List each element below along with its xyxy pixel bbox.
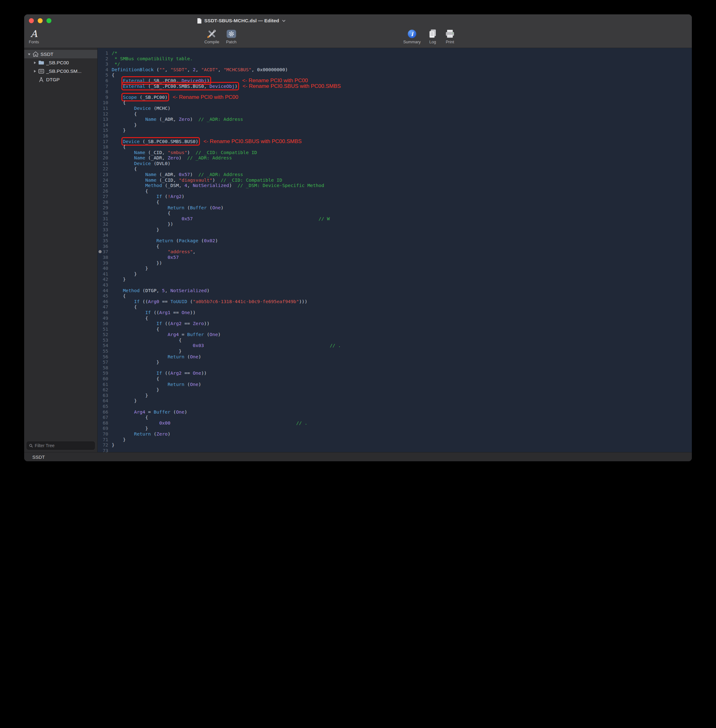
code-line[interactable]: 72} xyxy=(97,442,692,448)
code-line[interactable]: 64 } xyxy=(97,398,692,403)
summary-button[interactable]: i Summary xyxy=(403,28,421,44)
code-line[interactable]: 49 { xyxy=(97,315,692,321)
code-line[interactable]: 20 Name (_ADR, Zero) // _ADR: Address xyxy=(97,155,692,161)
code-line[interactable]: 47 { xyxy=(97,304,692,310)
code-line[interactable]: 18 { xyxy=(97,144,692,150)
code-line[interactable]: 43 xyxy=(97,282,692,288)
code-line[interactable]: 45 { xyxy=(97,293,692,299)
code-line[interactable]: 36 { xyxy=(97,244,692,249)
code-line[interactable]: 27 If (!Arg2) xyxy=(97,194,692,199)
code-line[interactable]: 34 xyxy=(97,232,692,238)
code-token: (_DSM, xyxy=(165,183,184,188)
code-line[interactable]: 5{ xyxy=(97,72,692,78)
patch-button[interactable]: Patch xyxy=(226,28,236,44)
code-line[interactable]: 22 { xyxy=(97,166,692,171)
code-line[interactable]: 40 } xyxy=(97,265,692,271)
code-line[interactable]: 62 } xyxy=(97,387,692,393)
code-line[interactable]: 32 }) xyxy=(97,221,692,227)
code-token: , xyxy=(165,67,170,72)
log-button[interactable]: Log xyxy=(428,28,437,44)
code-line[interactable]: 57 } xyxy=(97,359,692,365)
code-line[interactable]: 2 * SMBus compatibility table. xyxy=(97,56,692,62)
compile-button[interactable]: Compile xyxy=(204,28,219,44)
code-line[interactable]: 21 Device (DVL0) xyxy=(97,161,692,166)
code-line[interactable]: 14 } xyxy=(97,122,692,128)
code-line[interactable]: 4DefinitionBlock ("", "SSDT", 2, "ACDT",… xyxy=(97,67,692,73)
code-line[interactable]: 8 xyxy=(97,89,692,94)
code-line[interactable]: 1/* xyxy=(97,50,692,56)
code-line[interactable]: 16 xyxy=(97,133,692,139)
zoom-button[interactable] xyxy=(46,18,52,23)
filter-tree-field[interactable] xyxy=(27,441,95,450)
code-line[interactable]: 39 }) xyxy=(97,260,692,266)
code-text: } xyxy=(108,437,126,443)
code-line[interactable]: 46 If ((Arg0 == ToUUID ("a0b5b7c6-1318-4… xyxy=(97,299,692,304)
code-line[interactable]: 7 External (_SB_.PC00.SMBS.BUS0, DeviceO… xyxy=(97,83,692,89)
code-line[interactable]: 65 xyxy=(97,403,692,409)
code-line[interactable]: 61 Return (One) xyxy=(97,382,692,387)
code-line[interactable]: 15 } xyxy=(97,127,692,133)
code-line[interactable]: 11 Device (MCHC) xyxy=(97,105,692,111)
code-line[interactable]: 38 0x57 xyxy=(97,255,692,260)
disclosure-down-icon[interactable] xyxy=(27,53,31,56)
code-line[interactable]: 9 Scope (_SB.PC00)<- Rename PCI0 with PC… xyxy=(97,94,692,100)
fonts-button[interactable]: A Fonts xyxy=(29,28,39,44)
code-line[interactable]: 12 { xyxy=(97,111,692,117)
disclosure-right-icon[interactable] xyxy=(33,61,37,64)
code-line[interactable]: 54 0x03 // . xyxy=(97,343,692,348)
code-line[interactable]: 31 0x57 // W xyxy=(97,216,692,221)
code-line[interactable]: 66 Arg4 = Buffer (One) xyxy=(97,409,692,415)
sidebar-item-dtgp[interactable]: DTGP xyxy=(24,75,97,84)
code-line[interactable]: 17 Device (_SB.PC00.SMBS.BUS0)<- Rename … xyxy=(97,139,692,144)
code-line[interactable]: 3 */ xyxy=(97,61,692,67)
code-line[interactable]: 30 { xyxy=(97,210,692,216)
code-line[interactable]: 6 External (_SB_.PC00, DeviceObj)<- Rena… xyxy=(97,78,692,83)
title-menu-chevron-icon[interactable] xyxy=(282,20,286,22)
code-line[interactable]: 60 { xyxy=(97,376,692,382)
code-line[interactable]: 59 If ((Arg2 == One)) xyxy=(97,370,692,376)
code-line[interactable]: 67 { xyxy=(97,414,692,420)
code-line[interactable]: 44 Method (DTGP, 5, NotSerialized) xyxy=(97,288,692,293)
code-line[interactable]: 50 If ((Arg2 == Zero)) xyxy=(97,321,692,326)
code-line[interactable]: 42 } xyxy=(97,276,692,282)
minimize-button[interactable] xyxy=(38,18,42,23)
code-line[interactable]: 51 { xyxy=(97,326,692,332)
code-line[interactable]: 53 { xyxy=(97,337,692,343)
sidebar-item-ssdt[interactable]: SSDT xyxy=(24,50,97,58)
code-line[interactable]: 69 } xyxy=(97,426,692,431)
code-line[interactable]: 25 Method (_DSM, 4, NotSerialized) // _D… xyxy=(97,183,692,188)
code-line[interactable]: 28 { xyxy=(97,199,692,205)
code-line[interactable]: 24 Name (_CID, "diagsvault") // _CID: Co… xyxy=(97,177,692,183)
code-line[interactable]: 29 Return (Buffer (One) xyxy=(97,205,692,211)
code-spacing xyxy=(112,431,134,437)
code-line[interactable]: 58 xyxy=(97,365,692,371)
code-line[interactable]: 37 "address", xyxy=(97,249,692,255)
code-line[interactable]: 56 Return (One) xyxy=(97,354,692,359)
sidebar-item-sb-pc00[interactable]: _SB.PC00 xyxy=(24,58,97,67)
code-line[interactable]: 33 } xyxy=(97,227,692,232)
close-button[interactable] xyxy=(29,18,34,23)
code-text: Method (_DSM, 4, NotSerialized) // _DSM:… xyxy=(108,183,324,188)
code-line[interactable]: 70 Return (Zero) xyxy=(97,431,692,437)
print-button[interactable]: Print xyxy=(445,28,455,44)
code-line[interactable]: 73 xyxy=(97,448,692,452)
sidebar-item-sb-pc00-smbs[interactable]: _SB.PC00.SM... xyxy=(24,67,97,75)
code-line[interactable]: 23 Name (_ADR, 0x57) // _ADR: Address xyxy=(97,171,692,177)
code-token: (( xyxy=(154,310,159,315)
code-line[interactable]: 71 } xyxy=(97,437,692,443)
code-line[interactable]: 19 Name (_CID, "smbus") // _CID: Compati… xyxy=(97,150,692,155)
filter-tree-input[interactable] xyxy=(35,443,92,448)
code-line[interactable]: 63 } xyxy=(97,393,692,398)
code-line[interactable]: 48 If ((Arg1 == One)) xyxy=(97,310,692,315)
code-line[interactable]: 13 Name (_ADR, Zero) // _ADR: Address xyxy=(97,117,692,122)
code-line[interactable]: 41 } xyxy=(97,271,692,277)
code-editor[interactable]: 1/*2 * SMBus compatibility table.3 */4De… xyxy=(97,48,692,452)
disclosure-right-icon[interactable] xyxy=(33,70,37,73)
code-line[interactable]: 10 { xyxy=(97,100,692,105)
code-line[interactable]: 52 Arg4 = Buffer (One) xyxy=(97,332,692,337)
code-line[interactable]: 55 } xyxy=(97,348,692,354)
code-line[interactable]: 68 0x00 // . xyxy=(97,420,692,426)
code-line[interactable]: 35 Return (Package (0x02) xyxy=(97,238,692,244)
line-number: 50 xyxy=(97,321,108,326)
code-line[interactable]: 26 { xyxy=(97,188,692,194)
